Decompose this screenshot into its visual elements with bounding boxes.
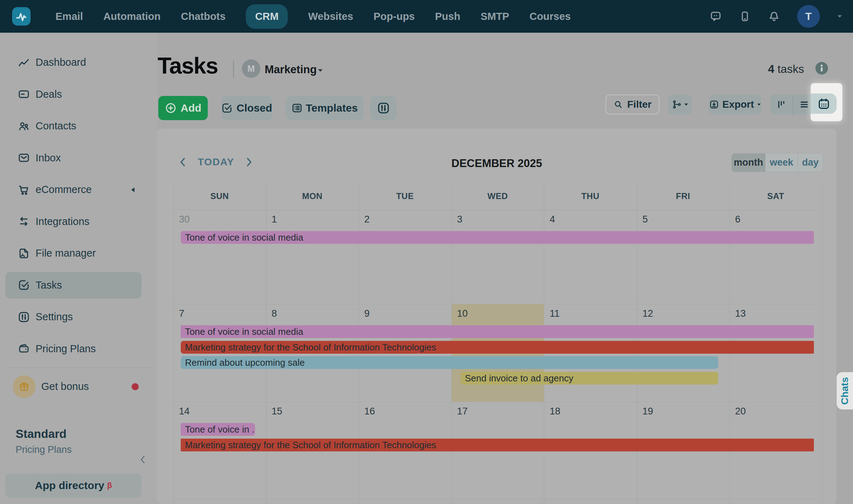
sidebar-item-deals[interactable]: Deals <box>0 79 157 111</box>
task-settings-button[interactable] <box>370 96 397 120</box>
date-number[interactable]: 10 <box>457 308 468 319</box>
add-task-button[interactable]: Add <box>158 96 208 120</box>
date-number[interactable]: 30 <box>179 214 190 225</box>
templates-button[interactable]: Templates <box>286 96 364 120</box>
date-number[interactable]: 12 <box>642 308 653 319</box>
date-number[interactable]: 16 <box>364 406 375 417</box>
calendar-event[interactable]: Tone of voice in ... <box>181 423 255 436</box>
date-number[interactable]: 3 <box>457 214 462 225</box>
calendar-event[interactable]: Tone of voice in social media <box>181 325 814 338</box>
date-number[interactable]: 5 <box>642 214 648 225</box>
app-logo[interactable] <box>12 7 31 26</box>
sliders-icon <box>377 102 390 114</box>
view-month-button[interactable]: month <box>732 154 765 172</box>
date-number[interactable]: 11 <box>550 308 560 319</box>
kanban-view-button[interactable] <box>770 95 793 114</box>
sidebar-item-ecommerce[interactable]: eCommerce <box>0 174 157 206</box>
bell-icon[interactable] <box>768 10 780 22</box>
sliders-icon <box>18 311 30 323</box>
date-number[interactable]: 1 <box>272 214 277 225</box>
app-directory-button[interactable]: App directory β <box>5 473 142 498</box>
export-icon <box>709 99 719 110</box>
sidebar-item-label: Tasks <box>36 279 62 291</box>
export-button[interactable]: Export <box>709 95 761 114</box>
nav-item-pop-ups[interactable]: Pop-ups <box>373 11 415 22</box>
project-avatar[interactable]: M <box>242 59 260 78</box>
nav-item-automation[interactable]: Automation <box>103 11 160 22</box>
calendar-icon <box>817 97 830 110</box>
day-header-sun: SUN <box>173 191 266 201</box>
date-number[interactable]: 20 <box>735 406 746 417</box>
avatar[interactable]: T <box>797 5 820 28</box>
sidebar-item-contacts[interactable]: Contacts <box>0 110 157 142</box>
main-menu: EmailAutomationChatbotsCRMWebsitesPop-up… <box>55 4 571 29</box>
page-title: Tasks <box>158 53 218 79</box>
sidebar-item-label: Settings <box>36 311 73 323</box>
sidebar-item-get-bonus[interactable]: Get bonus <box>0 371 157 402</box>
calendar-view-button-highlighted[interactable] <box>811 93 837 114</box>
nav-item-chatbots[interactable]: Chatbots <box>181 11 226 22</box>
sidebar-item-inbox[interactable]: Inbox <box>0 142 157 174</box>
nav-item-courses[interactable]: Courses <box>529 11 571 22</box>
date-number[interactable]: 13 <box>735 308 746 319</box>
calendar-event[interactable]: Marketing strategy for the School of Inf… <box>181 439 814 451</box>
filter-label: Filter <box>627 99 651 110</box>
plan-name: Standard <box>16 427 67 441</box>
date-number[interactable]: 14 <box>179 406 190 417</box>
view-week-button[interactable]: week <box>765 154 798 172</box>
file-manager-icon <box>18 247 30 259</box>
date-number[interactable]: 8 <box>272 308 277 319</box>
grid-line <box>173 402 822 402</box>
calendar-event[interactable]: Send invoice to ad agency <box>461 372 719 385</box>
closed-label: Closed <box>237 102 272 114</box>
nav-item-email[interactable]: Email <box>55 11 83 22</box>
date-number[interactable]: 2 <box>364 214 370 225</box>
sidebar-collapse-icon[interactable] <box>139 454 147 465</box>
sidebar-item-label: Contacts <box>36 120 76 132</box>
mobile-icon[interactable] <box>739 10 751 22</box>
plus-circle-icon <box>165 102 177 114</box>
templates-label: Templates <box>306 102 357 114</box>
date-number[interactable]: 4 <box>550 214 555 225</box>
templates-icon <box>291 102 303 114</box>
chats-tab[interactable]: Chats <box>837 372 853 409</box>
pipeline-dropdown-button[interactable] <box>668 95 692 114</box>
sidebar-item-tasks[interactable]: Tasks <box>0 269 157 301</box>
chart-line-icon <box>18 57 30 69</box>
chevron-down-icon[interactable] <box>837 15 842 18</box>
sidebar-item-settings[interactable]: Settings <box>0 301 157 333</box>
sidebar-item-label: Deals <box>36 89 62 100</box>
sidebar-item-dashboard[interactable]: Dashboard <box>0 47 157 79</box>
nav-item-websites[interactable]: Websites <box>308 11 353 22</box>
nav-item-crm[interactable]: CRM <box>246 4 288 29</box>
date-number[interactable]: 19 <box>642 406 653 417</box>
date-number[interactable]: 18 <box>550 406 560 417</box>
calendar-event[interactable]: Tone of voice in social media <box>181 231 814 244</box>
calendar-event[interactable]: Marketing strategy for the School of Inf… <box>181 341 814 354</box>
chevron-down-icon[interactable] <box>318 69 323 72</box>
date-number[interactable]: 15 <box>272 406 282 417</box>
info-icon[interactable] <box>815 61 829 75</box>
calendar-event[interactable]: Remind about upcoming sale <box>181 356 718 369</box>
filter-button[interactable]: Filter <box>605 95 659 114</box>
beta-badge: β <box>107 481 112 490</box>
date-number[interactable]: 7 <box>179 308 184 319</box>
chat-icon[interactable] <box>710 10 722 22</box>
plan-pricing-link[interactable]: Pricing Plans <box>16 444 72 455</box>
sidebar-item-pricing-plans[interactable]: Pricing Plans <box>0 333 157 365</box>
date-number[interactable]: 9 <box>364 308 370 319</box>
date-number[interactable]: 6 <box>735 214 740 225</box>
app-screen: EmailAutomationChatbotsCRMWebsitesPop-up… <box>0 0 853 504</box>
closed-tasks-button[interactable]: Closed <box>221 96 272 120</box>
collapse-triangle-icon[interactable] <box>131 187 135 193</box>
view-day-button[interactable]: day <box>798 154 823 172</box>
sidebar-item-file-manager[interactable]: File manager <box>0 237 157 269</box>
top-navigation: EmailAutomationChatbotsCRMWebsitesPop-up… <box>0 0 853 33</box>
nav-item-push[interactable]: Push <box>435 11 460 22</box>
sidebar-menu: DashboardDealsContactsInboxeCommerceInte… <box>0 33 157 365</box>
calendar-grid: SUNMONTUEWEDTHUFRISAT3012345678910111213… <box>173 182 822 504</box>
sidebar-item-integrations[interactable]: Integrations <box>0 206 157 238</box>
nav-item-smtp[interactable]: SMTP <box>481 11 509 22</box>
project-selector[interactable]: Marketing <box>265 63 317 76</box>
date-number[interactable]: 17 <box>457 406 468 417</box>
